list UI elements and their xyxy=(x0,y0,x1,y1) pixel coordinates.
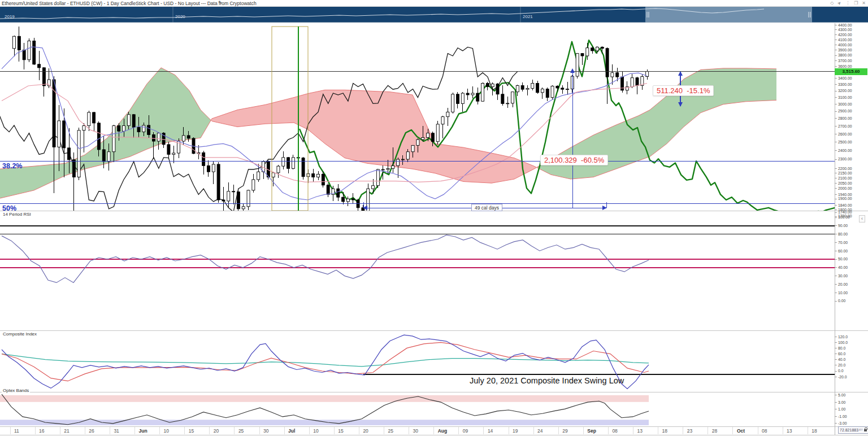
svg-text:Jun: Jun xyxy=(139,428,147,434)
svg-text:Aug: Aug xyxy=(438,428,448,434)
svg-text:10: 10 xyxy=(164,428,170,434)
svg-text:15: 15 xyxy=(338,428,344,434)
svg-text:25: 25 xyxy=(238,428,244,434)
scale-status-value: 72.821883 xyxy=(840,427,858,433)
svg-text:21: 21 xyxy=(64,428,70,434)
svg-text:2300.00: 2300.00 xyxy=(838,157,852,161)
svg-text:2700.00: 2700.00 xyxy=(838,124,852,128)
svg-text:11: 11 xyxy=(14,428,19,434)
svg-text:30: 30 xyxy=(263,428,269,434)
svg-text:4100.00: 4100.00 xyxy=(838,38,852,42)
svg-text:2050.00: 2050.00 xyxy=(838,181,852,185)
svg-text:50.00: 50.00 xyxy=(838,257,848,261)
svg-text:0.00: 0.00 xyxy=(838,299,845,303)
fib-50-label[interactable]: 50% xyxy=(2,204,16,212)
axis-collapse-chevron-icon[interactable]: ‹ xyxy=(859,215,865,223)
measure-2100-callout[interactable]: 2,100.329 -60.5% xyxy=(540,155,608,165)
svg-text:3900.00: 3900.00 xyxy=(838,48,852,52)
current-price-tag: 3,515.60 xyxy=(835,68,867,75)
svg-text:100.00: 100.00 xyxy=(838,215,850,219)
svg-text:16: 16 xyxy=(39,428,45,434)
cal-days-label[interactable]: 49 cal days xyxy=(471,204,502,211)
svg-text:100.0: 100.0 xyxy=(838,341,848,344)
svg-text:2100.00: 2100.00 xyxy=(838,176,852,180)
svg-text:120.0: 120.0 xyxy=(838,335,848,339)
svg-text:29: 29 xyxy=(562,428,568,434)
svg-text:25: 25 xyxy=(388,428,394,434)
svg-text:14: 14 xyxy=(488,428,493,434)
rsi-line xyxy=(2,235,649,282)
scale-status-xy: XY xyxy=(859,427,863,433)
svg-text:30.00: 30.00 xyxy=(838,274,848,278)
svg-text:2600.00: 2600.00 xyxy=(838,132,852,136)
svg-text:40.0: 40.0 xyxy=(838,357,845,361)
svg-text:3100.00: 3100.00 xyxy=(838,95,852,99)
svg-text:1740.00: 1740.00 xyxy=(838,210,852,214)
svg-text:1900.00: 1900.00 xyxy=(838,197,852,200)
svg-text:3200.00: 3200.00 xyxy=(838,89,852,93)
svg-text:80.00: 80.00 xyxy=(838,232,848,236)
svg-text:10: 10 xyxy=(313,428,319,434)
composite-panel-label: Composite Index xyxy=(2,331,38,337)
svg-text:10.00: 10.00 xyxy=(838,291,848,295)
svg-text:13: 13 xyxy=(787,428,792,434)
svg-text:60.00: 60.00 xyxy=(838,249,848,253)
svg-text:Jul: Jul xyxy=(288,428,295,434)
svg-text:40.00: 40.00 xyxy=(838,265,848,269)
optex-lower-band xyxy=(0,420,649,425)
svg-text:80.0: 80.0 xyxy=(838,346,845,350)
ichimoku-cloud-red xyxy=(211,90,536,183)
svg-text:2500.00: 2500.00 xyxy=(838,140,852,144)
svg-text:3700.00: 3700.00 xyxy=(838,59,852,63)
svg-text:09: 09 xyxy=(463,428,468,434)
price-panel xyxy=(0,27,867,222)
lock-icon xyxy=(864,429,867,431)
svg-text:31: 31 xyxy=(114,428,119,434)
svg-text:-3.00: -3.00 xyxy=(838,421,847,425)
measure-511-pct: -15.1% xyxy=(687,86,710,95)
svg-text:30: 30 xyxy=(413,428,419,434)
svg-text:20: 20 xyxy=(214,428,219,434)
svg-text:20: 20 xyxy=(363,428,368,434)
svg-text:24: 24 xyxy=(537,428,543,434)
measure-511-value: 511.240 xyxy=(657,86,683,95)
svg-text:08: 08 xyxy=(612,428,618,434)
svg-text:Sep: Sep xyxy=(587,428,596,434)
svg-text:3400.00: 3400.00 xyxy=(838,76,852,80)
svg-text:2400.00: 2400.00 xyxy=(838,149,852,152)
date-axis[interactable]: 1116212631Jun1015202530Jul1015202530Aug0… xyxy=(10,427,817,434)
chart-canvas: 4400.004300.004200.004100.004000.003900.… xyxy=(0,0,868,445)
swing-low-annotation[interactable]: July 20, 2021 Composite Index Swing Low xyxy=(470,376,624,385)
optex-upper-band xyxy=(0,395,649,402)
fib-382-label[interactable]: 38.2% xyxy=(2,162,22,170)
svg-text:0.0: 0.0 xyxy=(838,369,844,373)
measure-2100-pct: -60.5% xyxy=(581,156,604,164)
svg-text:4200.00: 4200.00 xyxy=(838,33,852,37)
svg-text:70.00: 70.00 xyxy=(838,241,848,245)
composite-slow-line xyxy=(2,354,649,367)
price-axis[interactable]: 4400.004300.004200.004100.004000.003900.… xyxy=(835,23,852,426)
measure-2100-value: 2,100.329 xyxy=(544,156,577,164)
rsi-panel xyxy=(0,226,835,283)
svg-text:2150.00: 2150.00 xyxy=(838,171,852,175)
svg-text:23: 23 xyxy=(687,428,693,434)
svg-text:4300.00: 4300.00 xyxy=(838,28,852,32)
svg-text:13: 13 xyxy=(637,428,643,434)
svg-text:2900.00: 2900.00 xyxy=(838,109,852,113)
scale-status-box[interactable]: 72.821883XY xyxy=(838,426,868,434)
composite-panel xyxy=(2,335,835,389)
svg-text:1940.00: 1940.00 xyxy=(838,193,852,197)
svg-text:26: 26 xyxy=(89,428,94,434)
svg-text:2200.00: 2200.00 xyxy=(838,167,852,171)
svg-text:20.00: 20.00 xyxy=(838,282,848,286)
svg-text:4400.00: 4400.00 xyxy=(838,23,852,27)
svg-text:18: 18 xyxy=(662,428,668,434)
svg-text:3300.00: 3300.00 xyxy=(838,82,852,86)
svg-text:4000.00: 4000.00 xyxy=(838,43,852,47)
svg-text:28: 28 xyxy=(712,428,718,434)
svg-text:90.00: 90.00 xyxy=(838,224,848,228)
svg-text:19: 19 xyxy=(513,428,518,434)
svg-text:2000.00: 2000.00 xyxy=(838,186,852,190)
svg-text:5.00: 5.00 xyxy=(838,393,845,397)
measure-511-callout[interactable]: 511.240 -15.1% xyxy=(653,85,714,96)
